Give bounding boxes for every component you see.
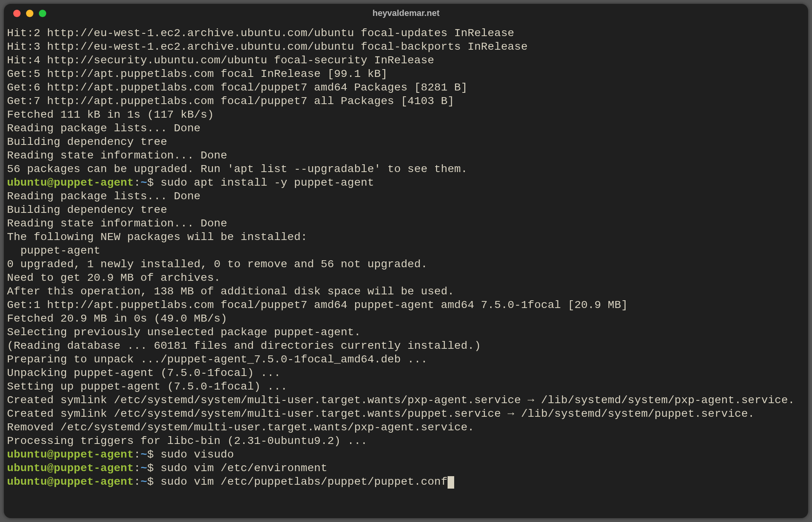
- terminal-output-line: Hit:4 http://security.ubuntu.com/ubuntu …: [7, 54, 805, 67]
- close-icon[interactable]: [13, 10, 21, 17]
- terminal-output-line: Building dependency tree: [7, 203, 805, 217]
- terminal-command-line: ubuntu@puppet-agent:~$ sudo visudo: [7, 448, 805, 461]
- traffic-lights: [13, 10, 46, 17]
- prompt-user-host: ubuntu@puppet-agent: [7, 462, 134, 474]
- command-text: sudo vim /etc/environment: [160, 462, 328, 474]
- titlebar[interactable]: heyvaldemar.net: [4, 4, 808, 23]
- terminal-output-line: After this operation, 138 MB of addition…: [7, 285, 805, 298]
- command-text: sudo apt install -y puppet-agent: [160, 176, 374, 189]
- command-text: sudo visudo: [160, 448, 234, 461]
- prompt-path: ~: [141, 462, 147, 474]
- terminal-output-line: puppet-agent: [7, 244, 805, 258]
- terminal-output-line: Created symlink /etc/systemd/system/mult…: [7, 393, 805, 407]
- terminal-output-line: Reading state information... Done: [7, 149, 805, 162]
- terminal-output-line: Get:7 http://apt.puppetlabs.com focal/pu…: [7, 94, 805, 108]
- terminal-output-line: Get:1 http://apt.puppetlabs.com focal/pu…: [7, 298, 805, 312]
- terminal-output-line: Unpacking puppet-agent (7.5.0-1focal) ..…: [7, 366, 805, 380]
- terminal-output-line: Reading state information... Done: [7, 217, 805, 230]
- terminal-output-line: Preparing to unpack .../puppet-agent_7.5…: [7, 353, 805, 366]
- terminal-window: heyvaldemar.net Hit:2 http://eu-west-1.e…: [4, 4, 808, 518]
- terminal-output-line: Fetched 111 kB in 1s (117 kB/s): [7, 108, 805, 122]
- terminal-output-line: Hit:3 http://eu-west-1.ec2.archive.ubunt…: [7, 40, 805, 54]
- prompt-user-host: ubuntu@puppet-agent: [7, 448, 134, 461]
- prompt-path: ~: [141, 176, 147, 189]
- window-title: heyvaldemar.net: [4, 8, 808, 18]
- cursor-icon: [448, 476, 454, 489]
- terminal-output-line: Removed /etc/systemd/system/multi-user.t…: [7, 421, 805, 434]
- command-text: sudo vim /etc/puppetlabs/puppet/puppet.c…: [160, 475, 448, 488]
- terminal-output-line: Fetched 20.9 MB in 0s (49.0 MB/s): [7, 312, 805, 325]
- terminal-command-line: ubuntu@puppet-agent:~$ sudo vim /etc/env…: [7, 461, 805, 475]
- terminal-output-line: Reading package lists... Done: [7, 190, 805, 203]
- prompt-separator: :: [134, 475, 140, 488]
- prompt-symbol: $: [147, 448, 160, 461]
- terminal-output-line: Hit:2 http://eu-west-1.ec2.archive.ubunt…: [7, 26, 805, 40]
- zoom-icon[interactable]: [39, 10, 46, 17]
- prompt-separator: :: [134, 448, 140, 461]
- prompt-user-host: ubuntu@puppet-agent: [7, 475, 134, 488]
- terminal-output-line: Building dependency tree: [7, 135, 805, 149]
- prompt-path: ~: [141, 448, 147, 461]
- terminal-output[interactable]: Hit:2 http://eu-west-1.ec2.archive.ubunt…: [4, 23, 808, 518]
- terminal-output-line: The following NEW packages will be insta…: [7, 230, 805, 244]
- prompt-symbol: $: [147, 475, 160, 488]
- prompt-user-host: ubuntu@puppet-agent: [7, 176, 134, 189]
- terminal-command-line: ubuntu@puppet-agent:~$ sudo apt install …: [7, 176, 805, 190]
- terminal-output-line: 0 upgraded, 1 newly installed, 0 to remo…: [7, 258, 805, 271]
- terminal-output-line: (Reading database ... 60181 files and di…: [7, 339, 805, 353]
- prompt-separator: :: [134, 176, 140, 189]
- terminal-output-line: Need to get 20.9 MB of archives.: [7, 271, 805, 285]
- terminal-command-line: ubuntu@puppet-agent:~$ sudo vim /etc/pup…: [7, 475, 805, 489]
- prompt-symbol: $: [147, 176, 160, 189]
- terminal-output-line: Setting up puppet-agent (7.5.0-1focal) .…: [7, 380, 805, 393]
- terminal-output-line: Get:6 http://apt.puppetlabs.com focal/pu…: [7, 81, 805, 94]
- terminal-output-line: Processing triggers for libc-bin (2.31-0…: [7, 434, 805, 448]
- prompt-path: ~: [141, 475, 147, 488]
- prompt-symbol: $: [147, 462, 160, 474]
- prompt-separator: :: [134, 462, 140, 474]
- terminal-output-line: Selecting previously unselected package …: [7, 325, 805, 339]
- minimize-icon[interactable]: [26, 10, 33, 17]
- terminal-output-line: Reading package lists... Done: [7, 122, 805, 135]
- terminal-output-line: Get:5 http://apt.puppetlabs.com focal In…: [7, 67, 805, 81]
- terminal-output-line: 56 packages can be upgraded. Run 'apt li…: [7, 162, 805, 176]
- terminal-output-line: Created symlink /etc/systemd/system/mult…: [7, 407, 805, 421]
